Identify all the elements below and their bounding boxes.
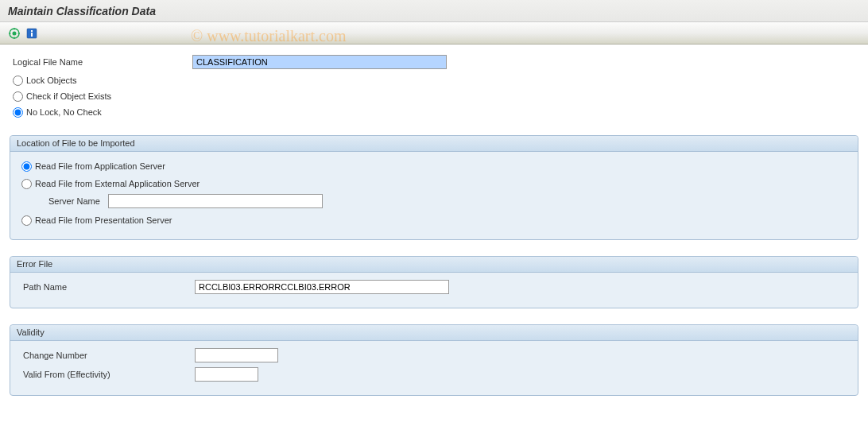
info-icon[interactable] (25, 27, 38, 40)
page-title: Maintain Classification Data (8, 5, 156, 17)
lock-objects-radio[interactable] (13, 76, 23, 86)
svg-rect-7 (31, 30, 33, 32)
ext-server-row: Read File from External Application Serv… (17, 176, 851, 192)
error-file-header: Error File (10, 257, 858, 273)
execute-icon[interactable] (8, 27, 21, 40)
path-name-label: Path Name (20, 282, 195, 292)
error-file-group: Error File Path Name (10, 256, 858, 308)
ext-server-label[interactable]: Read File from External Application Serv… (35, 179, 200, 188)
title-bar: Maintain Classification Data (0, 0, 868, 22)
no-lock-label[interactable]: No Lock, No Check (26, 107, 102, 117)
presentation-label[interactable]: Read File from Presentation Server (35, 215, 172, 225)
svg-point-1 (13, 31, 17, 35)
app-server-radio[interactable] (21, 161, 32, 172)
logical-file-name-input[interactable] (192, 55, 447, 69)
change-number-label: Change Number (20, 351, 195, 360)
location-group-header: Location of File to be Imported (10, 136, 858, 152)
lock-objects-label[interactable]: Lock Objects (26, 76, 77, 85)
ext-server-radio[interactable] (21, 179, 32, 189)
app-server-label[interactable]: Read File from Application Server (35, 161, 165, 171)
server-name-input[interactable] (108, 194, 323, 208)
presentation-radio[interactable] (21, 215, 32, 226)
validity-header: Validity (10, 325, 858, 341)
svg-rect-8 (31, 33, 33, 37)
location-group: Location of File to be Imported Read Fil… (10, 135, 858, 240)
logical-file-name-label: Logical File Name (10, 57, 192, 67)
valid-from-label: Valid From (Effectivity) (20, 370, 195, 379)
check-exists-radio[interactable] (13, 91, 23, 102)
app-server-row: Read File from Application Server (17, 158, 851, 174)
logical-file-name-row: Logical File Name (10, 54, 858, 70)
content-area: Logical File Name Lock Objects Check if … (0, 45, 868, 405)
path-name-input[interactable] (195, 280, 449, 294)
change-number-input[interactable] (195, 348, 278, 362)
check-exists-label[interactable]: Check if Object Exists (26, 91, 111, 101)
toolbar (0, 22, 868, 45)
no-lock-radio[interactable] (13, 107, 23, 118)
check-exists-row: Check if Object Exists (10, 89, 858, 103)
presentation-row: Read File from Presentation Server (17, 212, 851, 228)
lock-objects-row: Lock Objects (10, 73, 858, 87)
server-name-label: Server Name (33, 196, 108, 206)
validity-group: Validity Change Number Valid From (Effec… (10, 324, 858, 396)
no-lock-row: No Lock, No Check (10, 105, 858, 119)
valid-from-input[interactable] (195, 367, 258, 382)
